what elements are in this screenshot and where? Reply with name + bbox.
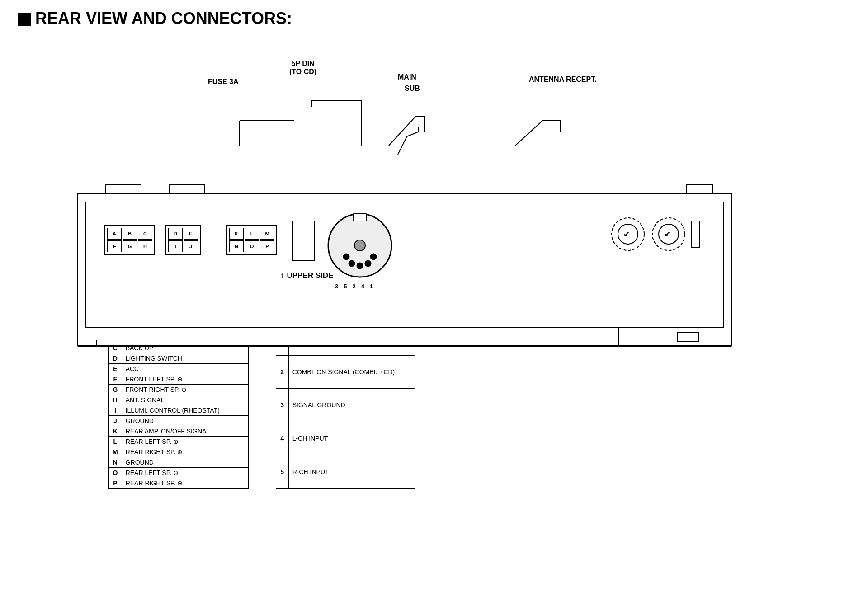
conn-F: F (107, 240, 122, 252)
left-table-id-K: K (109, 426, 122, 437)
title-text: REAR VIEW AND CONNECTORS: (35, 9, 292, 28)
conn-E: E (184, 228, 198, 240)
svg-point-22 (354, 240, 365, 251)
antenna-small-rect (691, 221, 700, 248)
left-table-desc-F: FRONT LEFT SP. ⊖ (122, 374, 248, 385)
conn-O: O (245, 240, 259, 252)
connector-group-klmnop: K L M N O P (226, 225, 277, 255)
pin-5-label: 5 (344, 283, 347, 290)
right-table-desc-2: COMBI. ON SIGNAL (COMBI.→CD) (288, 355, 415, 389)
left-table-id-E: E (109, 364, 122, 374)
svg-rect-28 (353, 214, 367, 221)
right-table-id-5: 5 (276, 455, 288, 489)
din-label: 5P DIN (TO CD) (289, 60, 316, 76)
din-svg (326, 212, 394, 279)
conn-P: P (260, 240, 274, 252)
left-table-id-L: L (109, 437, 122, 447)
svg-point-27 (370, 254, 377, 260)
conn-grid-2: D E I J (168, 228, 198, 252)
conn-grid-3: K L M N O P (229, 228, 274, 252)
page-wrapper: REAR VIEW AND CONNECTORS: (18, 9, 845, 489)
right-connector-table: 1CD-ON SIGNAL (COMBI.→CD)2COMBI. ON SIGN… (276, 322, 415, 489)
inner-border: A B C F G H D E I J (85, 202, 724, 328)
left-table-desc-K: REAR AMP. ON/OFF SIGNAL (122, 426, 248, 437)
bottom-step (618, 328, 663, 345)
sub-label: SUB (405, 85, 420, 93)
bottom-slot (96, 340, 141, 346)
svg-point-23 (343, 254, 349, 260)
din-pin-labels: 3 5 2 4 1 (335, 283, 394, 290)
antenna-label: ANTENNA RECEPT. (529, 75, 597, 84)
svg-line-7 (389, 116, 416, 146)
left-table-desc-O: REAR LEFT SP. ⊖ (122, 468, 248, 478)
conn-I: I (168, 240, 183, 252)
left-table-desc-I: ILLUMI. CONTROL (RHEOSTAT) (122, 405, 248, 416)
din-connector: 3 5 2 4 1 (326, 212, 394, 290)
conn-K: K (229, 228, 244, 240)
left-table-desc-M: REAR RIGHT SP. ⊕ (122, 447, 248, 457)
left-table-desc-P: REAR RIGHT SP. ⊖ (122, 478, 248, 489)
left-table-id-M: M (109, 447, 122, 457)
diagram-wrapper: FUSE 3A 5P DIN (TO CD) MAIN SUB ANTENNA … (18, 42, 841, 304)
pin-4-label: 4 (361, 283, 364, 290)
tab-1 (105, 184, 141, 193)
conn-L: L (245, 228, 259, 240)
conn-C: C (138, 228, 152, 240)
connector-group-deij: D E I J (165, 225, 201, 255)
right-table-id-3: 3 (276, 389, 288, 422)
right-table-desc-5: R-CH INPUT (288, 455, 415, 489)
svg-point-26 (365, 260, 371, 267)
antenna-circle-2: ↙ (651, 216, 687, 252)
svg-line-13 (515, 121, 542, 146)
title-square (18, 13, 31, 26)
conn-grid-1: A B C F G H (107, 228, 152, 252)
bottom-right-box (677, 332, 699, 342)
conn-D: D (168, 228, 183, 240)
svg-text:↙: ↙ (623, 230, 629, 238)
left-table-desc-H: ANT. SIGNAL (122, 395, 248, 405)
fuse-label: FUSE 3A (208, 78, 239, 86)
right-table-desc-4: L-CH INPUT (288, 422, 415, 455)
upper-side-arrow: ↑ (280, 271, 284, 280)
tables-row: AFRONT LEFT SP. ⊕BFRONT RIGHT SP. ⊕CBACK… (108, 322, 845, 489)
right-table-id-2: 2 (276, 355, 288, 389)
left-table-id-F: F (109, 374, 122, 385)
conn-A: A (107, 228, 122, 240)
antenna-svg-1: ↙ (610, 216, 646, 252)
tab-3 (686, 184, 713, 193)
small-connector-box (292, 221, 315, 261)
pin-2-label: 2 (352, 283, 355, 290)
left-connector-table: AFRONT LEFT SP. ⊕BFRONT RIGHT SP. ⊕CBACK… (108, 322, 249, 489)
svg-point-24 (349, 260, 355, 267)
top-tabs-right (686, 184, 713, 193)
upper-side-label: ↑ UPPER SIDE (280, 271, 333, 280)
top-tabs (105, 184, 205, 193)
antenna-circle-1: ↙ (610, 216, 646, 252)
svg-line-10 (398, 136, 407, 155)
left-table-id-P: P (109, 478, 122, 489)
left-table-id-D: D (109, 353, 122, 364)
conn-G: G (123, 240, 137, 252)
left-table-desc-G: FRONT RIGHT SP. ⊖ (122, 385, 248, 395)
conn-M: M (260, 228, 274, 240)
svg-text:↙: ↙ (664, 230, 670, 238)
pin-1-label: 1 (370, 283, 373, 290)
left-table-id-N: N (109, 457, 122, 468)
pin-3-label: 3 (335, 283, 338, 290)
left-table-desc-D: LIGHTING SWITCH (122, 353, 248, 364)
left-table-id-J: J (109, 416, 122, 426)
right-table-desc-3: SIGNAL GROUND (288, 389, 415, 422)
svg-point-25 (357, 263, 363, 269)
right-table-id-4: 4 (276, 422, 288, 455)
left-table-id-H: H (109, 395, 122, 405)
conn-B: B (123, 228, 137, 240)
main-label: MAIN (398, 73, 416, 81)
left-table-desc-E: ACC (122, 364, 248, 374)
left-table-desc-L: REAR LEFT SP. ⊕ (122, 437, 248, 447)
device-box: A B C F G H D E I J (77, 193, 732, 347)
conn-J: J (184, 240, 198, 252)
conn-N: N (229, 240, 244, 252)
left-table-desc-J: GROUND (122, 416, 248, 426)
page-title: REAR VIEW AND CONNECTORS: (18, 9, 845, 28)
tab-2 (169, 184, 205, 193)
